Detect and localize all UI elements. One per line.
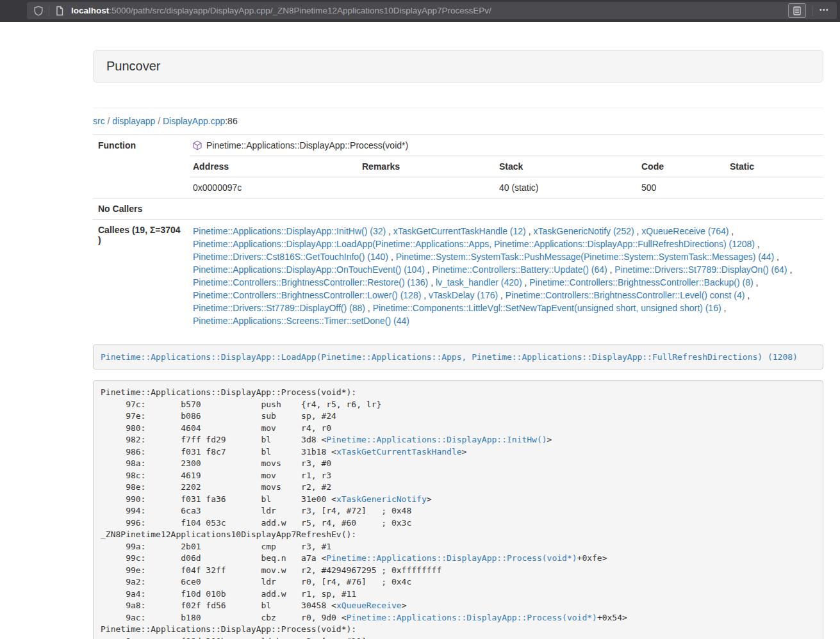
callee-link[interactable]: Pinetime::Controllers::BrightnessControl… [506,290,745,300]
function-row-label: Function [93,135,190,198]
stats-column-header: Stack [496,156,638,177]
function-name-line: Pinetime::Applications::DisplayApp::Proc… [190,135,823,156]
callee-link[interactable]: xTaskGenericNotify (252) [533,226,634,236]
shield-icon[interactable] [31,4,46,18]
main-content: Puncover src / displayapp / DisplayApp.c… [93,50,823,639]
assembly-symbol-link[interactable]: Pinetime::Applications::DisplayApp::Init… [326,435,547,444]
url-path: :5000/path/src/displayapp/DisplayApp.cpp… [109,6,491,15]
callee-separator: , [754,277,759,287]
callee-link[interactable]: Pinetime::Controllers::Battery::Update()… [432,264,607,275]
callee-separator: , [774,252,779,262]
urlbar-divider [49,6,49,16]
callee-separator: , [607,264,615,275]
assembly-symbol-link[interactable]: Pinetime::Applications::DisplayApp::Proc… [326,553,577,563]
breadcrumb-separator: / [155,116,163,126]
stats-cell: 0x0000097c [190,177,359,198]
callees-row-label: Callees (19, Σ=3704 ) [93,220,190,333]
breadcrumb: src / displayapp / DisplayApp.cpp:86 [93,116,823,126]
divider [93,108,823,108]
callers-empty-cell [190,198,823,209]
stats-cell: 40 (static) [496,177,638,198]
callee-separator: , [421,290,429,300]
callee-link[interactable]: Pinetime::Applications::DisplayApp::OnTo… [193,264,425,275]
callee-link[interactable]: Pinetime::Components::LittleVgl::SetNewT… [373,303,721,313]
breadcrumb-link[interactable]: DisplayApp.cpp [163,116,225,126]
stats-cell [359,177,496,198]
callees-row: Callees (19, Σ=3704 ) Pinetime::Applicat… [93,220,823,333]
callers-row-label: No Callers [93,198,190,220]
ellipsis-icon[interactable]: ••• [816,4,833,17]
callee-separator: , [745,290,750,300]
urlbar-divider [812,6,813,16]
callee-separator: , [787,264,793,275]
assembly-symbol-link[interactable]: xTaskGetCurrentTaskHandle [336,447,462,457]
assembly-symbol-link[interactable]: xQueueReceive [336,601,402,610]
highlighted-signature-box: Pinetime::Applications::DisplayApp::Load… [93,344,823,369]
url-bar[interactable]: localhost:5000/path/src/displayapp/Displ… [27,2,837,19]
function-name: Pinetime::Applications::DisplayApp::Proc… [206,140,408,150]
cube-icon [192,140,202,150]
callee-link[interactable]: Pinetime::Applications::Screens::Timer::… [193,316,409,326]
callers-row: No Callers [93,198,823,220]
assembly-symbol-link[interactable]: xTaskGenericNotify [336,494,427,504]
stats-cell [727,177,823,198]
symbol-info-table: Function Pinetime::Applications::Display… [93,134,823,332]
browser-toolbar: localhost:5000/path/src/displayapp/Displ… [0,0,840,22]
callee-separator: , [498,290,506,300]
breadcrumb-link[interactable]: displayapp [112,116,155,126]
stats-column-header: Code [638,156,727,177]
callee-separator: , [365,303,373,313]
app-header: Puncover [93,50,823,83]
callee-link[interactable]: Pinetime::Controllers::BrightnessControl… [193,290,421,300]
callee-link[interactable]: Pinetime::Controllers::BrightnessControl… [193,277,428,287]
breadcrumb-link[interactable]: src [93,116,105,126]
callee-separator: , [729,226,734,236]
signature-link[interactable]: Pinetime::Applications::DisplayApp::Load… [101,352,798,362]
url-host: localhost [71,6,109,15]
url-input[interactable]: localhost:5000/path/src/displayapp/Displ… [71,6,788,15]
callee-separator: , [634,226,642,236]
callee-link[interactable]: lv_task_handler (420) [436,277,522,287]
callee-separator: , [526,226,534,236]
reader-view-icon[interactable] [788,3,806,18]
callee-link[interactable]: Pinetime::Drivers::Cst816S::GetTouchInfo… [193,252,388,262]
callee-link[interactable]: Pinetime::Drivers::St7789::DisplayOff() … [193,303,365,313]
page-icon[interactable] [52,4,67,18]
function-stats-table: AddressRemarksStackCodeStatic 0x0000097c… [190,156,823,198]
breadcrumb-separator: / [105,116,113,126]
callee-separator: , [386,226,393,236]
stats-header-row: AddressRemarksStackCodeStatic [190,156,823,177]
stats-column-header: Address [190,156,359,177]
stats-cell: 500 [638,177,727,198]
callee-link[interactable]: Pinetime::Applications::DisplayApp::Init… [193,226,386,236]
callee-separator: , [721,303,727,313]
breadcrumb-line-number: :86 [225,116,237,126]
stats-value-row: 0x0000097c40 (static)500 [190,177,823,198]
callee-link[interactable]: Pinetime::Drivers::St7789::DisplayOn() (… [614,264,787,275]
assembly-symbol-link[interactable]: Pinetime::Applications::DisplayApp::Proc… [347,613,597,622]
callees-list: Pinetime::Applications::DisplayApp::Init… [190,220,823,332]
callee-link[interactable]: xQueueReceive (764) [641,226,729,236]
callee-link[interactable]: Pinetime::Applications::DisplayApp::Load… [193,239,755,249]
callee-link[interactable]: Pinetime::System::SystemTask::PushMessag… [396,252,775,262]
page-title: Puncover [106,59,161,73]
callee-separator: , [425,264,432,275]
callee-separator: , [388,252,396,262]
assembly-listing: Pinetime::Applications::DisplayApp::Proc… [93,380,823,639]
callee-separator: , [755,239,760,249]
stats-column-header: Remarks [359,156,496,177]
callee-link[interactable]: vTaskDelay (176) [429,290,498,300]
callee-separator: , [428,277,436,287]
stats-column-header: Static [727,156,823,177]
callee-link[interactable]: xTaskGetCurrentTaskHandle (12) [393,226,526,236]
callee-separator: , [522,277,530,287]
callee-link[interactable]: Pinetime::Controllers::BrightnessControl… [529,277,753,287]
function-row: Function Pinetime::Applications::Display… [93,135,823,198]
